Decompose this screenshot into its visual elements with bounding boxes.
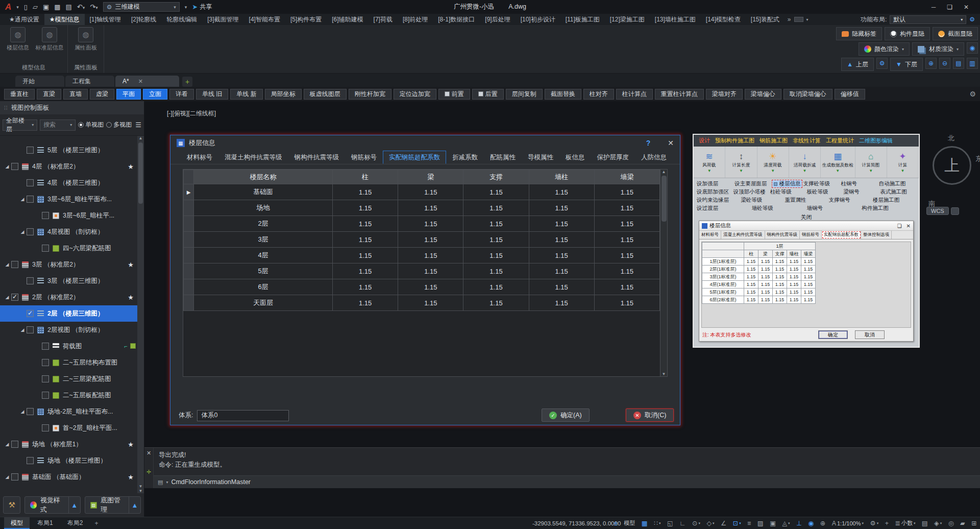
tree-checkbox[interactable] — [42, 375, 49, 382]
menu-tab[interactable]: [14]模型检查 — [701, 14, 746, 25]
units-button[interactable]: ≣小数▾ — [895, 519, 915, 527]
tree-checkbox[interactable] — [11, 294, 18, 301]
tree-view-icon[interactable]: ▤ — [953, 58, 964, 69]
transparency-icon[interactable]: ▨ — [757, 519, 764, 527]
panel-value-cell[interactable]: 1.15 — [773, 281, 787, 288]
panel-column-header[interactable]: 梁 — [758, 250, 773, 258]
floor-name-cell[interactable]: 6层 — [194, 279, 333, 295]
panel-column-header[interactable]: 柱 — [744, 250, 758, 258]
isolate-objects-icon[interactable]: ◎ — [948, 519, 954, 527]
toolbar-button[interactable]: 柱计算点 — [616, 89, 653, 100]
component-visibility-button[interactable]: 构件显隐 — [885, 27, 930, 40]
panel-value-cell[interactable]: 1.15 — [744, 258, 758, 266]
panel-menu-item[interactable]: 梁砼等级 — [741, 197, 783, 204]
scroll-down-icon[interactable]: ▼ — [662, 372, 666, 376]
tree-item[interactable]: 3层~6层_暗柱平... — [0, 207, 144, 224]
scroll-thumb[interactable] — [138, 142, 143, 204]
panel-value-cell[interactable]: 1.15 — [758, 258, 773, 266]
row-selector-cell[interactable] — [184, 279, 194, 295]
annotation-monitor-icon[interactable]: + — [885, 520, 889, 527]
tree-item[interactable]: 二~三层梁配筋图 — [0, 371, 144, 387]
floor-name-cell[interactable]: 基础面 — [194, 184, 333, 200]
toolbar-button[interactable]: 局部坐标 — [265, 89, 302, 100]
value-cell[interactable]: 1.15 — [594, 184, 659, 200]
panel-menu-item[interactable]: 设约束边缘层 — [697, 197, 740, 204]
ribbon-button[interactable]: ◍楼层信息 — [3, 27, 33, 52]
redo-icon[interactable]: ↷▾ — [90, 3, 97, 11]
tree-item[interactable]: 二~五层板配筋图 — [0, 387, 144, 403]
ribbon-button[interactable]: ◍属性面板 — [71, 27, 101, 52]
undo-icon[interactable]: ↶▾ — [77, 3, 85, 11]
expander-icon[interactable]: ◢ — [19, 197, 26, 202]
dialog-tab[interactable]: 保护层厚度 — [591, 151, 635, 164]
row-selector-cell[interactable] — [184, 232, 194, 248]
panel-table-row[interactable]: 4层(1标准层)1.151.151.151.151.15 — [702, 281, 816, 288]
plot-icon[interactable]: ▤ — [66, 3, 72, 11]
value-cell[interactable]: 1.15 — [529, 184, 594, 200]
base-map-button[interactable]: ▨ 底图管理 ▲ — [85, 496, 141, 514]
value-cell[interactable]: 1.15 — [594, 279, 659, 295]
tree-item[interactable]: 3层 （楼层三维图） — [0, 273, 144, 289]
value-cell[interactable]: 1.15 — [333, 232, 398, 248]
graphics-performance-icon[interactable]: ▰ — [960, 519, 965, 527]
compass-north-label[interactable]: 北 — [948, 134, 954, 143]
panel-value-cell[interactable]: 1.15 — [744, 296, 758, 304]
dialog-tab[interactable]: 钢构件抗震等级 — [288, 151, 346, 164]
cancel-button[interactable]: ✕ 取消(C) — [626, 408, 674, 422]
menu-tab[interactable]: [10]初步设计 — [516, 14, 560, 25]
floor-name-cell[interactable]: 3层 — [194, 232, 333, 248]
menu-tab[interactable]: [7]荷载 — [369, 14, 398, 25]
panel-value-cell[interactable]: 1.15 — [787, 273, 801, 281]
panel-floor-name-cell[interactable]: 6层(2标准层) — [702, 296, 744, 304]
annotation-visibility-icon[interactable]: ◉ — [808, 519, 814, 527]
tree-checkbox[interactable] — [42, 245, 49, 252]
lock-ui-icon[interactable]: ◈▾ — [934, 519, 942, 527]
command-history[interactable]: 导出完成!命令: 正在重生成模型。 — [154, 448, 980, 475]
panel-menu-item[interactable]: 柱钢号 — [841, 180, 878, 187]
panel-menu-item[interactable]: 构件施工图 — [862, 205, 916, 212]
tree-checkbox[interactable] — [27, 310, 34, 317]
layout-tab[interactable]: 模型 — [4, 517, 30, 529]
tree-checkbox[interactable] — [42, 343, 49, 350]
panel-menu-item[interactable]: 设底部加强区 — [697, 188, 732, 196]
table-row[interactable]: 6层1.151.151.151.151.15 — [184, 279, 660, 295]
value-cell[interactable]: 1.15 — [594, 200, 659, 216]
toolbar-gear-icon[interactable]: ⚙ — [969, 90, 976, 98]
tree-item[interactable]: ◢场地 （标准层1）★ — [0, 436, 144, 452]
value-cell[interactable]: 1.15 — [463, 184, 529, 200]
favorite-star-icon[interactable]: ★ — [128, 261, 134, 269]
panel-value-cell[interactable]: 1.15 — [801, 281, 816, 288]
panel-table-row[interactable]: 5层(1标准层)1.151.151.151.151.15 — [702, 288, 816, 296]
panel-floor-name-cell[interactable]: 1层(1标准层) — [702, 258, 744, 266]
render-settings-icon[interactable]: ◉ — [967, 42, 978, 54]
system-input[interactable]: 体系0 — [197, 410, 289, 421]
layer-toggle-icon[interactable] — [130, 343, 136, 349]
panel-value-cell[interactable]: 1.15 — [758, 288, 773, 296]
value-cell[interactable]: 1.15 — [463, 263, 529, 279]
panel-tool-button[interactable]: ≋风荷载▼ — [694, 147, 725, 178]
sidebar-header[interactable]: ⁞⁞ 视图控制面板 — [0, 101, 144, 114]
panel-value-cell[interactable]: 1.15 — [787, 296, 801, 304]
panel-value-cell[interactable]: 1.15 — [758, 296, 773, 304]
panel-tool-button[interactable]: ⌂计算简图▼ — [855, 147, 887, 178]
panel-value-cell[interactable]: 1.15 — [773, 266, 787, 273]
expander-icon[interactable]: ◢ — [4, 442, 10, 447]
panel-tab[interactable]: 非线性计算 — [791, 137, 823, 145]
panel-value-cell[interactable]: 1.15 — [787, 266, 801, 273]
polar-tracking-icon[interactable]: ⊙▾ — [692, 519, 700, 527]
panel-table-row[interactable]: 1层(1标准层)1.151.151.151.151.15 — [702, 258, 816, 266]
panel-value-cell[interactable]: 1.15 — [744, 273, 758, 281]
tree-item[interactable]: ◢4层视图 （剖切框） — [0, 224, 144, 240]
list-view-icon[interactable]: ▥ — [967, 58, 978, 69]
panel-value-cell[interactable]: 1.15 — [744, 288, 758, 296]
panel-table-row[interactable]: 6层(2标准层)1.151.151.151.151.15 — [702, 296, 816, 304]
panel-cancel-button[interactable]: 取消 — [855, 330, 885, 339]
save-as-icon[interactable]: ▩ — [54, 3, 60, 11]
tree-item[interactable]: ◢基础面 （基础面）★ — [0, 469, 144, 485]
table-scrollbar[interactable]: ▲ ▼ — [660, 170, 667, 376]
value-cell[interactable]: 1.15 — [398, 216, 463, 232]
panel-floor-name-cell[interactable]: 4层(1标准层) — [702, 281, 744, 288]
panel-tool-button[interactable]: ▦生成数据及数检▼ — [821, 147, 855, 178]
compass-east-label[interactable]: 东 — [975, 154, 980, 163]
tree-checkbox[interactable] — [11, 261, 18, 268]
